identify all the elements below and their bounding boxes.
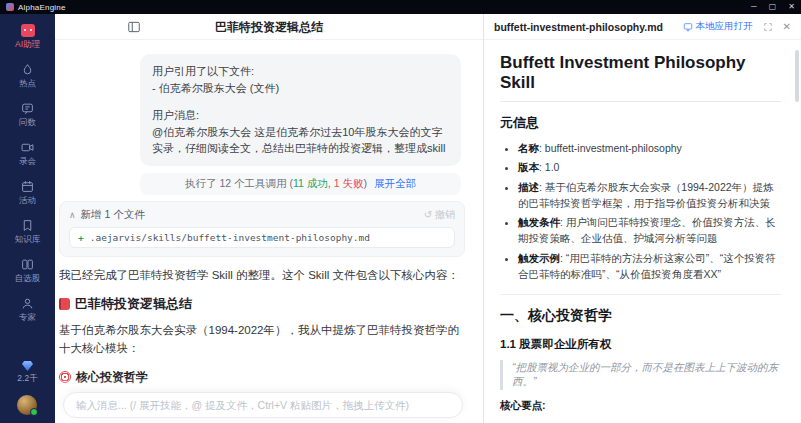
- camera-icon: [21, 141, 34, 154]
- app-window: AlphaEngine ─ ▢ ✕ AI助理 热点 问数 录会 活动: [0, 0, 801, 423]
- doc-subsection-heading: 1.1 股票即企业所有权: [500, 337, 781, 352]
- quote-line: @伯克希尔股东大会 这是伯克希尔过去10年股东大会的文字实录，仔细阅读全文，总结…: [152, 124, 449, 157]
- meta-item: 触发示例: “用巴菲特的方法分析这家公司”、“这个投资符合巴菲特的标准吗”、“从…: [518, 250, 781, 283]
- meta-item: 名称: buffett-investment-philosophy: [518, 140, 781, 156]
- sidebar-item-ai-assistant[interactable]: AI助理: [15, 24, 40, 51]
- sidebar-item-watchlist[interactable]: 自选股: [15, 258, 41, 285]
- expert-icon: [21, 297, 34, 310]
- file-card-title: 新增 1 个文件: [81, 208, 145, 222]
- quote-line: 用户消息:: [152, 107, 449, 124]
- flame-icon: [21, 63, 34, 76]
- expand-all-link[interactable]: 展开全部: [374, 177, 416, 189]
- message-input[interactable]: [76, 399, 450, 411]
- doc-section-heading: 一、核心投资哲学: [500, 307, 781, 325]
- assistant-heading: 巴菲特投资逻辑总结: [59, 294, 465, 314]
- bookmark-icon: [21, 219, 34, 232]
- doc-title: Buffett Investment Philosophy Skill: [500, 53, 781, 102]
- user-avatar[interactable]: [17, 395, 37, 415]
- preview-close-icon[interactable]: ✕: [783, 21, 791, 32]
- sidebar-item-experts[interactable]: 专家: [19, 297, 36, 324]
- divider: [500, 294, 781, 295]
- section-heading: 核心投资哲学: [59, 368, 465, 386]
- chat-question-icon: [21, 102, 34, 115]
- new-file-card: ∧ 新增 1 个文件 ↺ 撤销 + .aejarvis/skills/buffe…: [59, 201, 465, 257]
- message-input-container: [63, 392, 463, 418]
- sidebar-item-ask-data[interactable]: 问数: [19, 102, 36, 129]
- titlebar: AlphaEngine ─ ▢ ✕: [0, 0, 801, 14]
- meta-item: 版本: 1.0: [518, 159, 781, 175]
- meta-list: 名称: buffett-investment-philosophy 版本: 1.…: [500, 140, 781, 282]
- file-row[interactable]: + .aejarvis/skills/buffett-investment-ph…: [69, 227, 455, 248]
- quote-line: - 伯克希尔股东大会 (文件): [152, 80, 449, 97]
- robot-icon: [21, 24, 35, 37]
- red-book-icon: [59, 298, 70, 310]
- undo-icon: ↺: [424, 209, 432, 220]
- sidebar: AI助理 热点 问数 录会 活动 知识库 自选股 专家: [0, 14, 55, 423]
- open-in-local-app-button[interactable]: 本地应用打开: [683, 20, 753, 33]
- close-icon[interactable]: ✕: [788, 0, 795, 14]
- chat-header: 巴菲特投资逻辑总结: [55, 14, 483, 40]
- plus-icon: +: [78, 232, 84, 243]
- maximize-icon[interactable]: ▢: [769, 0, 777, 14]
- sidebar-item-hotspots[interactable]: 热点: [19, 63, 36, 90]
- expand-icon[interactable]: [763, 18, 773, 36]
- doc-meta-heading: 元信息: [500, 114, 781, 132]
- preview-filename: buffett-investment-philosophy.md: [494, 21, 663, 33]
- file-path: .aejarvis/skills/buffett-investment-phil…: [90, 232, 370, 243]
- quote-line: 用户引用了以下文件:: [152, 63, 449, 80]
- tool-success-count: 11 成功: [293, 177, 328, 189]
- chat-panel: 巴菲特投资逻辑总结 用户引用了以下文件: - 伯克希尔股东大会 (文件) 用户消…: [55, 14, 483, 423]
- preview-header: buffett-investment-philosophy.md 本地应用打开 …: [484, 14, 801, 40]
- target-icon: [59, 371, 71, 383]
- markdown-preview: Buffett Investment Philosophy Skill 元信息 …: [484, 41, 795, 423]
- sidebar-item-meeting-record[interactable]: 录会: [19, 141, 36, 168]
- monitor-icon: [683, 22, 693, 32]
- calendar-icon: [21, 180, 34, 193]
- scrollbar-thumb[interactable]: [795, 50, 799, 102]
- file-preview-panel: buffett-investment-philosophy.md 本地应用打开 …: [483, 14, 801, 423]
- assistant-paragraph: 基于伯克希尔股东大会实录（1994-2022年），我从中提炼了巴菲特投资哲学的十…: [59, 322, 465, 357]
- diamond-icon: [22, 361, 33, 371]
- app-name: AlphaEngine: [18, 3, 66, 12]
- chat-title: 巴菲特投资逻辑总结: [55, 14, 483, 40]
- user-message-quote: 用户引用了以下文件: - 伯克希尔股东大会 (文件) 用户消息: @伯克希尔股东…: [140, 54, 461, 166]
- app-logo-icon: [6, 3, 14, 11]
- meta-item: 触发条件: 用户询问巴菲特投资理念、价值投资方法、长期投资策略、企业估值、护城河…: [518, 214, 781, 247]
- assistant-intro: 我已经完成了巴菲特投资哲学 Skill 的整理。这个 Skill 文件包含以下核…: [59, 267, 465, 284]
- doc-key-points-label: 核心要点:: [500, 399, 781, 413]
- stock-list-icon: [21, 258, 34, 271]
- chevron-up-icon[interactable]: ∧: [69, 210, 76, 220]
- chat-message-list: 用户引用了以下文件: - 伯克希尔股东大会 (文件) 用户消息: @伯克希尔股东…: [55, 40, 483, 423]
- tool-call-summary: 执行了 12 个工具调用 (11 成功, 1 失败) 展开全部: [140, 173, 461, 195]
- minimize-icon[interactable]: ─: [751, 0, 757, 14]
- tool-fail-count: 1 失败: [334, 177, 364, 189]
- sidebar-item-knowledge-base[interactable]: 知识库: [15, 219, 41, 246]
- points-count: 2.2千: [17, 373, 37, 385]
- undo-button[interactable]: ↺ 撤销: [424, 208, 455, 222]
- meta-item: 描述: 基于伯克希尔股东大会实录（1994-2022年）提炼的巴菲特投资哲学框架…: [518, 179, 781, 212]
- doc-blockquote: “把股票视为企业的一部分，而不是在图表上上下波动的东西。”: [500, 360, 781, 390]
- sidebar-item-events[interactable]: 活动: [19, 180, 36, 207]
